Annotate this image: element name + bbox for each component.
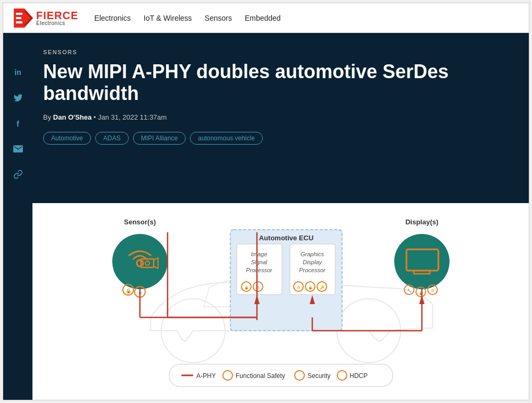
svg-text:🔒: 🔒 [125, 288, 131, 294]
isp-text-3: Processor [246, 267, 273, 273]
social-sidebar: in f [3, 33, 32, 400]
article-author: Dan O'Shea [53, 113, 92, 121]
link-icon[interactable] [11, 167, 26, 182]
nav-item-sensors[interactable]: Sensors [205, 13, 232, 23]
tags-container: Automotive ADAS MIPI Alliance autonomous… [43, 132, 508, 145]
tag-autonomous[interactable]: autonomous vehicle [190, 132, 263, 145]
sensor-label: Sensor(s) [124, 218, 156, 226]
facebook-icon[interactable]: f [11, 116, 26, 131]
linkedin-icon[interactable]: in [11, 65, 26, 80]
nav-item-electronics[interactable]: Electronics [94, 13, 130, 23]
diagram-container: Sensor(s) 🔒 [32, 198, 529, 400]
site-header: FIERCE Electronics Electronics IoT & Wir… [3, 3, 529, 33]
nav-item-embedded[interactable]: Embedded [245, 13, 281, 23]
article-meta: By Dan O'Shea • Jan 31, 2022 11:37am [43, 113, 508, 121]
ecu-label: Automotive ECU [259, 234, 313, 242]
svg-marker-2 [16, 17, 21, 19]
svg-text:🔒: 🔒 [244, 285, 248, 290]
display-circle [394, 234, 450, 289]
diagram-svg: Sensor(s) 🔒 [87, 200, 475, 397]
logo-text: FIERCE Electronics [36, 10, 78, 26]
svg-text:⚙: ⚙ [297, 286, 300, 289]
svg-text:🔑: 🔑 [319, 285, 324, 290]
nav-link-embedded[interactable]: Embedded [245, 14, 281, 22]
legend-sec-text: Security [307, 372, 330, 380]
logo-fierce: FIERCE [36, 10, 78, 21]
svg-marker-1 [16, 13, 22, 15]
logo-area: FIERCE Electronics [14, 9, 78, 28]
article-date: Jan 31, 2022 11:37am [98, 113, 167, 121]
legend-fs-text: Functional Safety [236, 372, 285, 380]
twitter-icon[interactable] [11, 90, 26, 105]
svg-marker-3 [16, 21, 22, 23]
tag-mipi[interactable]: MIPI Alliance [133, 132, 186, 145]
sensor-circle [112, 234, 168, 289]
logo-icon [14, 9, 33, 28]
nav-link-sensors[interactable]: Sensors [205, 14, 232, 22]
nav-link-electronics[interactable]: Electronics [94, 14, 130, 22]
main-nav: Electronics IoT & Wireless Sensors Embed… [94, 13, 280, 23]
svg-text:🔧: 🔧 [406, 288, 411, 293]
svg-text:🔒: 🔒 [307, 285, 312, 290]
logo-electronics: Electronics [36, 21, 78, 26]
page-wrapper: FIERCE Electronics Electronics IoT & Wir… [3, 3, 529, 400]
isp-text-1: Image [251, 251, 267, 257]
meta-dot: • [92, 113, 98, 121]
gdp-text-1: Graphics [300, 251, 324, 257]
article-title: New MIPI A-PHY doubles automotive SerDes… [43, 61, 508, 105]
nav-item-iot[interactable]: IoT & Wireless [144, 13, 192, 23]
article-category: SENSORS [43, 49, 508, 55]
legend-hdcp-text: HDCP [350, 372, 368, 380]
main-content: Sensor(s) 🔒 [3, 33, 529, 400]
article-header: SENSORS New MIPI A-PHY doubles automotiv… [32, 33, 529, 203]
content-area: Sensor(s) 🔒 [3, 33, 529, 400]
gdp-text-3: Processor [299, 267, 326, 273]
display-label: Display(s) [405, 218, 438, 226]
email-icon[interactable] [11, 141, 26, 156]
by-label: By [43, 113, 53, 121]
legend-aphy-text: A-PHY [196, 372, 216, 380]
tag-adas[interactable]: ADAS [95, 132, 129, 145]
gdp-text-2: Display [302, 259, 322, 265]
nav-link-iot[interactable]: IoT & Wireless [144, 14, 192, 22]
nav-links: Electronics IoT & Wireless Sensors Embed… [94, 13, 280, 23]
isp-text-2: Signal [251, 259, 267, 265]
svg-text:⚙: ⚙ [431, 289, 434, 292]
tag-automotive[interactable]: Automotive [43, 132, 91, 145]
